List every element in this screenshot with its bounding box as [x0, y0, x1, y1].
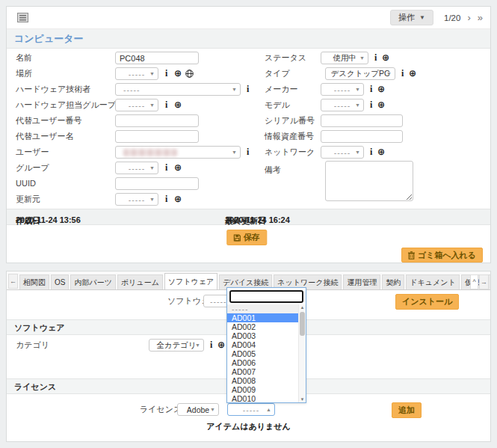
meta-band: 作成日 2020-11-24 13:56 最終更新日 2020-11-24 16…: [7, 209, 490, 225]
info-icon[interactable]: i: [370, 85, 372, 94]
globe-icon[interactable]: [185, 70, 194, 78]
tab-scroll-left-button[interactable]: ←: [8, 274, 18, 289]
add-icon[interactable]: ⊕: [174, 194, 182, 204]
location-select[interactable]: ----- ▼: [115, 67, 158, 80]
hw-group-select-value: -----: [129, 101, 145, 110]
next-page-button[interactable]: ›: [467, 13, 470, 22]
tab-document[interactable]: ドキュメント: [406, 274, 459, 289]
dropdown-option-ad006[interactable]: AD006: [227, 358, 298, 367]
tab-soukanzu[interactable]: 相関図: [19, 274, 49, 289]
add-icon[interactable]: ⊕: [377, 147, 385, 157]
list-view-button[interactable]: [14, 11, 31, 25]
add-icon[interactable]: ⊕: [174, 100, 182, 110]
user-select[interactable]: ▼: [115, 146, 241, 159]
page-title[interactable]: コンピューター: [14, 32, 84, 46]
maker-label: メーカー: [265, 83, 298, 96]
model-select[interactable]: ----- ▼: [321, 99, 364, 111]
scrollbar-thumb[interactable]: [300, 312, 305, 336]
dropdown-option-ad005[interactable]: AD005: [227, 349, 298, 358]
info-icon[interactable]: i: [247, 85, 249, 94]
empty-list-message: アイテムはありません: [7, 421, 490, 432]
add-icon[interactable]: ⊕: [217, 340, 225, 350]
redacted-user-value: [123, 149, 177, 156]
pagination-indicator: 1/20: [444, 13, 460, 22]
add-icon[interactable]: ⊕: [174, 163, 182, 173]
screen: 操作 ▼ 1/20 › » コンピューター 名前 場所 ----- ▼ i ⊕: [0, 0, 497, 448]
info-icon[interactable]: i: [165, 163, 167, 173]
scrollbar-down-icon[interactable]: ▼: [299, 397, 306, 402]
alt-user-no-input[interactable]: [115, 114, 199, 127]
hw-group-select[interactable]: ----- ▼: [115, 99, 158, 111]
add-icon[interactable]: ⊕: [382, 53, 389, 63]
info-icon[interactable]: i: [374, 53, 377, 63]
install-button[interactable]: インストール: [395, 294, 459, 310]
info-icon[interactable]: i: [210, 340, 212, 350]
info-icon[interactable]: i: [401, 69, 404, 79]
dropdown-scrollbar[interactable]: ▲ ▼: [298, 304, 306, 402]
info-icon[interactable]: i: [165, 194, 167, 204]
uuid-input[interactable]: [115, 177, 199, 190]
tab-internal-parts[interactable]: 内部パーツ: [70, 274, 115, 289]
tab-volume[interactable]: ボリューム: [117, 274, 163, 289]
dropdown-option-ad001[interactable]: AD001: [227, 313, 298, 322]
tab-contract[interactable]: 契約: [382, 274, 404, 289]
dropdown-option-ad008[interactable]: AD008: [227, 376, 298, 385]
add-icon[interactable]: ⊕: [409, 69, 416, 79]
dropdown-option-ad010[interactable]: AD010: [227, 394, 298, 402]
caret-down-icon: ▼: [355, 102, 360, 108]
update-source-select[interactable]: ----- ▼: [115, 193, 158, 206]
asset-no-input[interactable]: [321, 130, 403, 143]
asset-no-label: 情報資産番号: [265, 130, 314, 143]
hw-tech-select[interactable]: ----- ▼: [115, 83, 241, 96]
model-select-value: -----: [334, 101, 351, 110]
tab-software[interactable]: ソフトウェア: [164, 273, 217, 289]
floppy-icon: [233, 234, 241, 242]
notes-textarea[interactable]: [325, 161, 413, 201]
dropdown-option-blank[interactable]: -----: [227, 304, 298, 313]
actions-menu-button[interactable]: 操作 ▼: [390, 10, 433, 25]
serial-label: シリアル番号: [265, 114, 315, 127]
name-input[interactable]: [115, 52, 199, 64]
info-icon[interactable]: i: [370, 147, 372, 157]
tab-os[interactable]: OS: [51, 274, 69, 289]
info-icon[interactable]: i: [370, 100, 372, 110]
info-icon[interactable]: i: [165, 69, 167, 79]
tab-operation-management[interactable]: 運用管理: [343, 274, 380, 289]
serial-input[interactable]: [321, 114, 403, 127]
dropdown-option-ad003[interactable]: AD003: [227, 331, 298, 340]
dropdown-option-ad007[interactable]: AD007: [227, 367, 298, 376]
scrollbar-up-icon[interactable]: ▲: [299, 305, 306, 310]
maker-select[interactable]: ----- ▼: [321, 83, 364, 96]
info-icon[interactable]: i: [247, 147, 249, 157]
add-icon[interactable]: ⊕: [174, 69, 182, 79]
license-item-select[interactable]: ----- ▲: [227, 403, 275, 416]
last-page-button[interactable]: »: [478, 13, 483, 22]
dropdown-option-ad002[interactable]: AD002: [227, 322, 298, 331]
dropdown-search-input[interactable]: [229, 290, 303, 303]
save-button-label: 保存: [244, 232, 260, 243]
license-item-value: -----: [243, 405, 259, 414]
category-select-value: 全カテゴリ: [156, 340, 196, 351]
info-icon[interactable]: i: [165, 100, 167, 110]
dropdown-option-ad004[interactable]: AD004: [227, 340, 298, 349]
network-select[interactable]: ----- ▼: [321, 146, 364, 159]
add-license-button[interactable]: 追加: [392, 402, 422, 418]
uuid-label: UUID: [16, 177, 36, 190]
alt-user-name-input[interactable]: [115, 130, 199, 143]
status-select[interactable]: 使用中 ▼: [321, 52, 368, 64]
model-label: モデル: [265, 99, 290, 111]
dropdown-option-ad009[interactable]: AD009: [227, 385, 298, 394]
category-select[interactable]: 全カテゴリ ▼: [149, 339, 204, 352]
tab-scroll-right-button[interactable]: →: [479, 274, 489, 289]
save-button[interactable]: 保存: [226, 230, 267, 245]
list-icon: [17, 13, 28, 22]
trash-button[interactable]: ゴミ箱へ入れる: [401, 248, 483, 263]
license-vendor-select[interactable]: Adobe ▼: [177, 403, 219, 416]
title-band: コンピューター: [7, 29, 490, 49]
type-select[interactable]: デスクトップPC ▼: [325, 67, 395, 80]
add-icon[interactable]: ⊕: [377, 85, 385, 94]
caret-up-icon: ▲: [266, 407, 271, 412]
group-select[interactable]: ----- ▼: [115, 162, 158, 174]
add-icon[interactable]: ⊕: [377, 100, 385, 110]
caret-down-icon: ▼: [195, 343, 200, 348]
